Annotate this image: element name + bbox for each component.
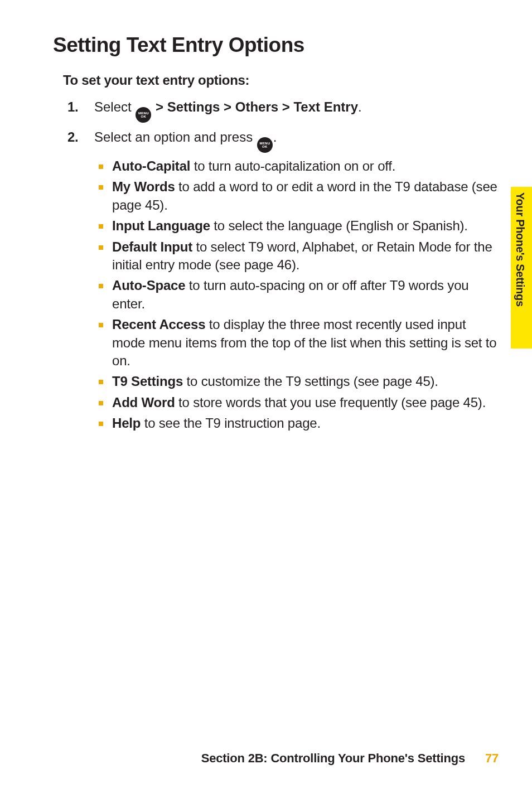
step-item: 1. Select MENU OK > Settings > Others > …	[67, 98, 499, 123]
list-item-bold: Default Input	[112, 239, 192, 254]
step-text-prefix: Select an option and press	[94, 129, 257, 144]
list-item: Recent Access to display the three most …	[94, 316, 499, 370]
bullet-list: Auto-Capital to turn auto-capitalization…	[94, 157, 499, 432]
step-text-suffix: .	[358, 99, 362, 114]
list-item-bold: T9 Settings	[112, 374, 183, 389]
step-number: 1.	[67, 98, 94, 123]
step-number: 2.	[67, 128, 94, 435]
page-footer: Section 2B: Controlling Your Phone's Set…	[201, 751, 499, 766]
menu-ok-icon-label: MENU OK	[257, 142, 273, 148]
list-item-bold: Add Word	[112, 395, 175, 410]
step-text-prefix: Select	[94, 99, 135, 114]
step-text-bold: > Settings > Others > Text Entry	[152, 99, 358, 114]
footer-section-label: Section 2B: Controlling Your Phone's Set…	[201, 751, 465, 765]
list-item-rest: to see the T9 instruction page.	[141, 415, 321, 431]
step-body: Select MENU OK > Settings > Others > Tex…	[94, 98, 499, 123]
step-text-suffix: .	[273, 129, 277, 144]
list-item-rest: to store words that you use frequently (…	[175, 395, 486, 410]
list-item-bold: Auto-Capital	[112, 158, 190, 173]
page-title: Setting Text Entry Options	[53, 33, 499, 57]
sub-heading: To set your text entry options:	[63, 72, 499, 88]
side-tab-label: Your Phone's Settings	[514, 192, 526, 307]
list-item: Add Word to store words that you use fre…	[94, 394, 499, 412]
list-item-bold: Help	[112, 415, 141, 431]
list-item: T9 Settings to customize the T9 settings…	[94, 373, 499, 390]
list-item: My Words to add a word to or edit a word…	[94, 178, 499, 214]
list-item-rest: to customize the T9 settings (see page 4…	[183, 374, 438, 389]
page-content: Setting Text Entry Options To set your t…	[0, 0, 532, 435]
step-body: Select an option and press MENU OK. Auto…	[94, 128, 499, 435]
side-tab: Your Phone's Settings	[511, 187, 532, 349]
list-item-bold: Input Language	[112, 218, 210, 233]
list-item-rest: to select the language (English or Spani…	[210, 218, 468, 233]
list-item: Help to see the T9 instruction page.	[94, 414, 499, 432]
list-item-bold: Auto-Space	[112, 278, 185, 293]
step-list: 1. Select MENU OK > Settings > Others > …	[67, 98, 499, 435]
menu-ok-icon: MENU OK	[136, 107, 151, 123]
step-item: 2. Select an option and press MENU OK. A…	[67, 128, 499, 435]
footer-page-number: 77	[485, 751, 499, 765]
menu-ok-icon: MENU OK	[257, 137, 273, 153]
list-item-rest: to turn auto-capitalization on or off.	[190, 158, 395, 173]
list-item: Default Input to select T9 word, Alphabe…	[94, 238, 499, 274]
list-item: Input Language to select the language (E…	[94, 217, 499, 235]
list-item-bold: My Words	[112, 179, 175, 194]
list-item: Auto-Capital to turn auto-capitalization…	[94, 157, 499, 175]
list-item-bold: Recent Access	[112, 317, 205, 332]
list-item: Auto-Space to turn auto-spacing on or of…	[94, 277, 499, 313]
menu-ok-icon-label: MENU OK	[136, 112, 151, 118]
